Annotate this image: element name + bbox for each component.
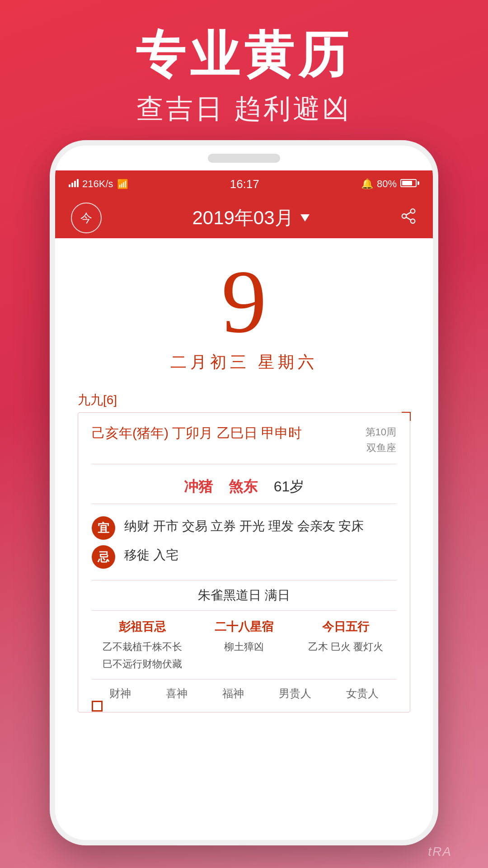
lunar-date: 二月初三 星期六	[55, 351, 433, 373]
network-speed: 216K/s	[82, 178, 113, 190]
week-label: 第10周	[366, 424, 396, 440]
chong-label: 冲猪	[184, 478, 213, 495]
battery-icon	[400, 178, 419, 190]
ganzhi-row: 己亥年(猪年) 丁卯月 乙巳日 甲申时 第10周 双鱼座	[92, 424, 396, 464]
app-sub-title: 查吉日 趋利避凶	[0, 91, 488, 127]
today-label: 今	[80, 210, 92, 226]
big-day-number: 9	[55, 256, 433, 347]
app-main-title: 专业黄历	[0, 27, 488, 82]
info-section: 九九[6] 己亥年(猪年) 丁卯月 乙巳日 甲申时 第10周 双鱼座 冲猪 煞东	[55, 382, 433, 712]
alarm-icon: 🔔	[361, 178, 373, 190]
app-navbar: 今 2019年03月	[55, 198, 433, 238]
three-cols: 彭祖百忌 乙不栽植千株不长巳不远行财物伏藏 二十八星宿 柳土獐凶 今日五行 乙木…	[92, 619, 396, 672]
wuxing-title: 今日五行	[295, 619, 396, 635]
black-day-row: 朱雀黑道日 满日	[92, 580, 396, 611]
share-button[interactable]	[400, 208, 417, 229]
week-zodiac: 第10周 双鱼座	[366, 424, 396, 456]
info-card: 己亥年(猪年) 丁卯月 乙巳日 甲申时 第10周 双鱼座 冲猪 煞东 61岁	[78, 412, 410, 712]
svg-line-3	[406, 217, 411, 220]
chong-age: 61岁	[274, 478, 305, 495]
status-time: 16:17	[230, 177, 259, 191]
ganzhi-text: 己亥年(猪年) 丁卯月 乙巳日 甲申时	[92, 424, 302, 443]
phone-mockup: 216K/s 📶 16:17 🔔 80% 今 2019年03月	[50, 140, 438, 845]
bottom-info: 彭祖百忌 乙不栽植千株不长巳不远行财物伏藏 二十八星宿 柳土獐凶 今日五行 乙木…	[92, 611, 396, 701]
deity-fushen: 福神	[222, 686, 244, 701]
status-right: 🔔 80%	[361, 178, 419, 190]
watermark: tRA	[428, 844, 452, 859]
date-display: 9 二月初三 星期六	[55, 238, 433, 382]
status-left: 216K/s 📶	[69, 178, 128, 190]
dropdown-arrow-icon	[300, 214, 310, 222]
deity-male-guiren: 男贵人	[279, 686, 311, 701]
sha-label: 煞东	[229, 478, 258, 495]
deity-caicai: 财神	[109, 686, 131, 701]
star28-content: 柳土獐凶	[193, 638, 295, 655]
yi-row: 宜 纳财 开市 交易 立券 开光 理发 会亲友 安床	[92, 515, 396, 540]
ji-badge: 忌	[92, 545, 115, 569]
svg-point-2	[411, 219, 415, 223]
month-title-text: 2019年03月	[192, 205, 293, 231]
svg-point-1	[402, 214, 407, 218]
status-bar: 216K/s 📶 16:17 🔔 80%	[55, 170, 433, 198]
deity-xishen: 喜神	[166, 686, 188, 701]
yi-badge: 宜	[92, 516, 115, 540]
wuxing-col: 今日五行 乙木 巳火 覆灯火	[295, 619, 396, 672]
yi-content: 纳财 开市 交易 立券 开光 理发 会亲友 安床	[124, 515, 396, 537]
battery-pct: 80%	[377, 178, 397, 190]
deity-row: 财神 喜神 福神 男贵人 女贵人	[92, 679, 396, 701]
signal-icon	[69, 178, 79, 190]
ji-row: 忌 移徙 入宅	[92, 544, 396, 569]
pengzu-col: 彭祖百忌 乙不栽植千株不长巳不远行财物伏藏	[92, 619, 193, 672]
wuxing-content: 乙木 巳火 覆灯火	[295, 638, 396, 655]
wifi-icon: 📶	[117, 179, 128, 189]
ji-content: 移徙 入宅	[124, 544, 396, 566]
svg-line-4	[406, 212, 411, 215]
month-title[interactable]: 2019年03月	[192, 205, 309, 231]
phone-content: 9 二月初三 星期六 九九[6] 己亥年(猪年) 丁卯月 乙巳日 甲申时 第10…	[55, 238, 433, 840]
yi-ji-section: 宜 纳财 开市 交易 立券 开光 理发 会亲友 安床 忌 移徙 入宅	[92, 504, 396, 580]
jiujiu-label: 九九[6]	[78, 392, 410, 409]
zodiac-label: 双鱼座	[366, 440, 396, 456]
star28-col: 二十八星宿 柳土獐凶	[193, 619, 295, 672]
chong-row: 冲猪 煞东 61岁	[92, 472, 396, 504]
today-button[interactable]: 今	[71, 203, 102, 233]
star28-title: 二十八星宿	[193, 619, 295, 635]
pengzu-content: 乙不栽植千株不长巳不远行财物伏藏	[92, 638, 193, 672]
deity-female-guiren: 女贵人	[346, 686, 379, 701]
pengzu-title: 彭祖百忌	[92, 619, 193, 635]
svg-point-0	[411, 209, 415, 213]
phone-speaker	[208, 154, 280, 163]
